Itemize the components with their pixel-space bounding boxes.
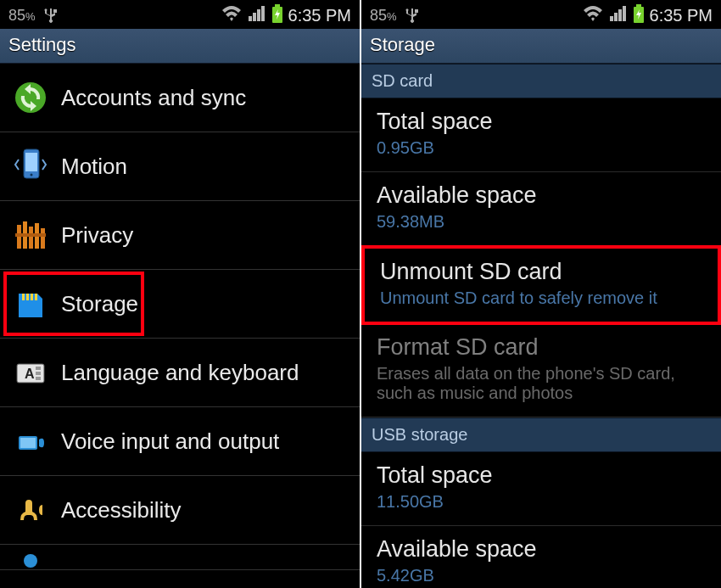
status-clock: 6:35 PM (650, 6, 713, 25)
menu-language-keyboard[interactable]: A Language and keyboard (0, 339, 360, 407)
svg-rect-19 (35, 294, 37, 300)
battery-percent: 85% (370, 7, 397, 25)
item-label: Language and keyboard (61, 360, 299, 386)
menu-motion[interactable]: Motion (0, 132, 360, 201)
svg-rect-29 (614, 13, 618, 21)
svg-text:A: A (25, 367, 35, 381)
svg-rect-12 (29, 227, 33, 249)
usb-total-space[interactable]: Total space 11.50GB (361, 452, 721, 526)
svg-rect-16 (22, 294, 25, 300)
battery-icon (633, 4, 645, 27)
menu-storage[interactable]: Storage (0, 270, 360, 339)
item-label: Privacy (61, 222, 133, 249)
menu-voice-io[interactable]: Voice input and output (0, 407, 360, 476)
svg-rect-30 (618, 9, 622, 21)
keyboard-icon: A (12, 354, 49, 391)
item-subtitle: Unmount SD card to safely remove it (380, 288, 702, 308)
svg-rect-17 (26, 294, 29, 300)
format-sd-card: Format SD card Erases all data on the ph… (361, 324, 721, 417)
item-value: 5.42GB (377, 566, 706, 585)
menu-accessibility[interactable]: Accessibility (0, 476, 360, 545)
item-title: Format SD card (377, 334, 706, 361)
item-value: 0.95GB (377, 138, 706, 158)
item-label: Storage (61, 291, 138, 317)
section-header-usb: USB storage (361, 417, 721, 452)
status-bar: 85% 6:35 PM (361, 0, 721, 29)
svg-rect-2 (257, 9, 260, 21)
svg-rect-4 (275, 4, 280, 7)
signal-icon (248, 6, 266, 25)
battery-percent: 85% (8, 7, 36, 25)
menu-accounts-sync[interactable]: Accounts and sync (0, 64, 360, 132)
status-clock: 6:35 PM (288, 6, 351, 25)
item-title: Unmount SD card (380, 259, 702, 285)
svg-rect-23 (36, 372, 41, 375)
screen-title: Storage (361, 29, 721, 64)
item-value: 59.38MB (377, 212, 706, 232)
svg-rect-24 (36, 377, 41, 380)
storage-icon (12, 285, 49, 322)
svg-rect-0 (249, 16, 252, 21)
item-title: Available space (377, 182, 706, 209)
screen-title: Settings (0, 29, 360, 64)
section-header-sd: SD card (361, 64, 721, 98)
item-label: Accounts and sync (61, 85, 246, 111)
sd-total-space[interactable]: Total space 0.95GB (361, 98, 721, 172)
svg-rect-22 (36, 367, 41, 370)
partial-icon (12, 542, 49, 580)
item-value: 11.50GB (377, 492, 706, 512)
settings-list: Accounts and sync Motion Privacy (0, 64, 360, 588)
svg-rect-3 (261, 6, 265, 21)
wifi-icon (582, 5, 604, 26)
battery-icon (271, 4, 283, 27)
svg-rect-31 (623, 6, 626, 21)
right-screenshot: 85% 6:35 PM Storage SD card Total space … (361, 0, 721, 588)
svg-rect-28 (610, 16, 613, 21)
usb-available-space[interactable]: Available space 5.42GB (361, 526, 721, 588)
svg-point-27 (24, 554, 37, 568)
status-bar: 85% 6:35 PM (0, 0, 360, 29)
svg-rect-8 (25, 153, 37, 171)
item-label: Voice input and output (61, 428, 279, 455)
svg-rect-32 (636, 4, 641, 7)
item-label: Accessibility (61, 497, 182, 524)
unmount-sd-card[interactable]: Unmount SD card Unmount SD card to safel… (361, 245, 721, 325)
item-subtitle: Erases all data on the phone's SD card, … (377, 364, 706, 403)
svg-rect-1 (253, 13, 256, 21)
svg-point-9 (31, 174, 33, 176)
voice-icon (12, 423, 49, 460)
usb-icon (42, 3, 59, 28)
storage-list: SD card Total space 0.95GB Available spa… (361, 64, 721, 588)
svg-rect-14 (41, 228, 45, 249)
item-title: Available space (377, 536, 706, 563)
svg-rect-18 (31, 294, 33, 300)
menu-privacy[interactable]: Privacy (0, 201, 360, 270)
motion-icon (12, 148, 49, 185)
sync-icon (12, 79, 49, 116)
accessibility-icon (12, 491, 49, 529)
menu-partial-row[interactable] (0, 545, 360, 570)
svg-rect-26 (20, 438, 36, 448)
item-title: Total space (377, 462, 706, 489)
signal-icon (609, 6, 628, 25)
wifi-icon (221, 5, 243, 26)
svg-rect-15 (15, 233, 46, 237)
item-title: Total space (377, 109, 706, 135)
left-screenshot: 85% 6:35 PM Settings Accounts and s (0, 0, 360, 588)
usb-icon (404, 3, 421, 28)
item-label: Motion (61, 154, 127, 180)
sd-available-space[interactable]: Available space 59.38MB (361, 172, 721, 246)
privacy-icon (12, 216, 49, 254)
